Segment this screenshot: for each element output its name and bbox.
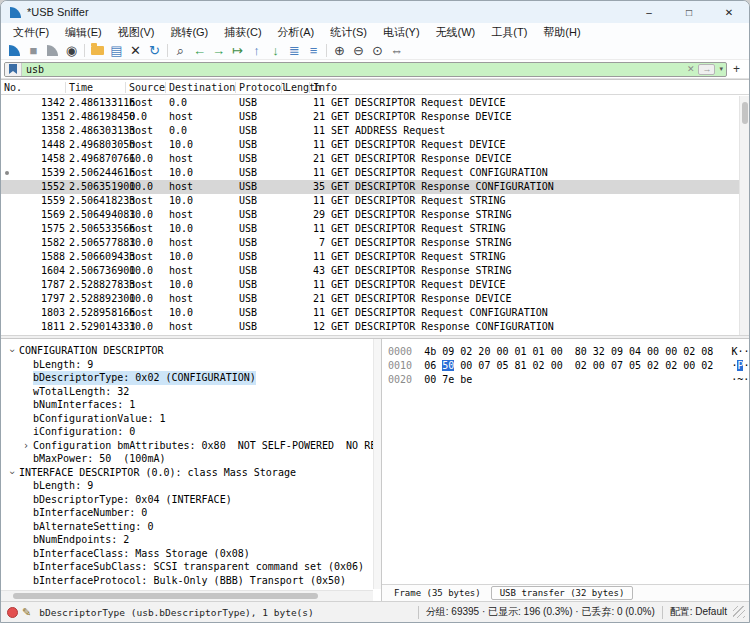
packet-row[interactable]: 15522.50635190010.0hostUSB35GET DESCRIPT… xyxy=(1,180,739,194)
packet-row[interactable]: 14582.49687076610.0hostUSB21GET DESCRIPT… xyxy=(1,152,739,166)
byte-view-tab-inactive[interactable]: USB transfer (32 bytes) xyxy=(491,586,634,600)
tree-row[interactable]: iConfiguration: 0 xyxy=(1,425,381,439)
chevron-expanded-icon[interactable]: › xyxy=(5,465,19,479)
capture-options-icon[interactable] xyxy=(43,42,62,59)
tree-row[interactable]: bInterfaceProtocol: Bulk-Only (BBB) Tran… xyxy=(1,574,381,588)
tree-row[interactable]: bInterfaceClass: Mass Storage (0x08) xyxy=(1,547,381,561)
save-capture-file-icon[interactable]: ▤ xyxy=(107,42,126,59)
colorize-packets-icon[interactable]: ≡ xyxy=(304,42,323,59)
column-header-time[interactable]: Time xyxy=(69,80,93,95)
menu-item[interactable]: 文件(F) xyxy=(5,23,57,41)
filter-add-button[interactable]: + xyxy=(727,62,746,76)
menu-item[interactable]: 电话(Y) xyxy=(375,23,428,41)
tree-row[interactable]: bAlternateSetting: 0 xyxy=(1,520,381,534)
tree-row[interactable]: bNumEndpoints: 2 xyxy=(1,533,381,547)
menu-item[interactable]: 跳转(G) xyxy=(162,23,216,41)
column-header-source[interactable]: Source xyxy=(129,80,165,95)
column-header-no[interactable]: No. xyxy=(4,80,22,95)
auto-scroll-icon[interactable]: ≣ xyxy=(285,42,304,59)
zoom-out-icon[interactable]: ⊖ xyxy=(349,42,368,59)
tree-row[interactable]: bDescriptorType: 0x02 (CONFIGURATION) xyxy=(1,371,381,385)
hex-row[interactable]: 0020 00 7e be ·~· xyxy=(388,373,749,387)
detail-vertical-scrollbar[interactable] xyxy=(373,339,381,589)
tree-row[interactable]: bInterfaceSubClass: SCSI transparent com… xyxy=(1,560,381,574)
tree-row[interactable]: ›CONFIGURATION DESCRIPTOR xyxy=(1,344,381,358)
go-forward-icon[interactable]: → xyxy=(209,42,228,59)
hex-row[interactable]: 0010 06 50 00 07 05 81 02 00 02 00 07 05… xyxy=(388,359,749,373)
go-to-packet-icon[interactable]: ↦ xyxy=(228,42,247,59)
filter-apply-icon[interactable]: → xyxy=(698,64,715,75)
filter-clear-icon[interactable]: ✕ xyxy=(684,63,698,76)
profile-text[interactable]: 配置: Default xyxy=(670,605,727,619)
resize-grip[interactable] xyxy=(733,606,745,618)
filter-bookmark-button[interactable] xyxy=(5,63,22,76)
byte-view-tab-active[interactable]: Frame (35 bytes) xyxy=(386,587,489,599)
start-capture-icon[interactable] xyxy=(5,42,24,59)
menu-item[interactable]: 无线(W) xyxy=(428,23,484,41)
packet-row[interactable]: 14482.496803050host10.0USB11GET DESCRIPT… xyxy=(1,138,739,152)
filter-input[interactable]: usb xyxy=(22,64,684,75)
tree-row[interactable]: ›Configuration bmAttributes: 0x80 NOT SE… xyxy=(1,439,381,453)
menu-item[interactable]: 统计(S) xyxy=(322,23,375,41)
go-to-first-packet-icon[interactable]: ↑ xyxy=(247,42,266,59)
column-header-destination[interactable]: Destination xyxy=(169,80,235,95)
packet-row[interactable]: 13582.486303133host0.0USB11SET ADDRESS R… xyxy=(1,124,739,138)
menu-item[interactable]: 编辑(E) xyxy=(57,23,110,41)
capture-comment-icon[interactable]: ✎ xyxy=(22,606,31,619)
column-separator[interactable] xyxy=(125,82,126,93)
menu-item[interactable]: 工具(T) xyxy=(483,23,535,41)
tree-row[interactable]: bInterfaceNumber: 0 xyxy=(1,506,381,520)
column-separator[interactable] xyxy=(281,82,282,93)
packet-list-vertical-scrollbar[interactable] xyxy=(739,96,749,335)
menu-item[interactable]: 捕获(C) xyxy=(216,23,269,41)
detail-hscroll-thumb[interactable] xyxy=(13,593,318,599)
packet-row[interactable]: 15752.506533566host10.0USB11GET DESCRIPT… xyxy=(1,222,739,236)
column-separator[interactable] xyxy=(165,82,166,93)
find-packet-icon[interactable]: ⌕ xyxy=(171,42,190,59)
tree-row[interactable]: ›INTERFACE DESCRIPTOR (0.0): class Mass … xyxy=(1,466,381,480)
close-button[interactable]: ✕ xyxy=(709,1,749,23)
minimize-button[interactable]: – xyxy=(629,1,669,23)
menu-item[interactable]: 分析(A) xyxy=(270,23,323,41)
packet-row[interactable]: 15392.506244616host10.0USB11GET DESCRIPT… xyxy=(1,166,739,180)
zoom-in-icon[interactable]: ⊕ xyxy=(330,42,349,59)
tree-row[interactable]: bLength: 9 xyxy=(1,358,381,372)
column-header-protocol[interactable]: Protocol xyxy=(239,80,287,95)
tree-row[interactable]: bNumInterfaces: 1 xyxy=(1,398,381,412)
tree-row[interactable]: bLength: 9 xyxy=(1,479,381,493)
menu-item[interactable]: 帮助(H) xyxy=(535,23,588,41)
packet-row[interactable]: 15822.50657788310.0hostUSB7GET DESCRIPTO… xyxy=(1,236,739,250)
packet-row[interactable]: 18112.52901433310.0hostUSB12GET DESCRIPT… xyxy=(1,320,739,334)
reload-file-icon[interactable]: ↻ xyxy=(145,42,164,59)
packet-row[interactable]: 17972.52889230010.0hostUSB21GET DESCRIPT… xyxy=(1,292,739,306)
menu-item[interactable]: 视图(V) xyxy=(110,23,163,41)
packet-row[interactable]: 15692.50649408310.0hostUSB29GET DESCRIPT… xyxy=(1,208,739,222)
packet-row[interactable]: 18032.528958166host10.0USB11GET DESCRIPT… xyxy=(1,306,739,320)
detail-horizontal-scrollbar[interactable] xyxy=(1,590,373,601)
go-to-last-packet-icon[interactable]: ↓ xyxy=(266,42,285,59)
packet-row[interactable]: 13422.486133116host0.0USB11GET DESCRIPTO… xyxy=(1,96,739,110)
display-filter-field[interactable]: usb ✕ → ▾ xyxy=(4,62,727,77)
go-back-icon[interactable]: ← xyxy=(190,42,209,59)
column-separator[interactable] xyxy=(235,82,236,93)
filter-dropdown-icon[interactable]: ▾ xyxy=(716,65,726,73)
chevron-collapsed-icon[interactable]: › xyxy=(19,439,33,453)
packet-row[interactable]: 16042.50673690010.0hostUSB43GET DESCRIPT… xyxy=(1,264,739,278)
stop-capture-icon[interactable]: ■ xyxy=(24,42,43,59)
restart-capture-icon[interactable]: ◉ xyxy=(62,42,81,59)
column-separator[interactable] xyxy=(309,82,310,93)
packet-row[interactable]: 15592.506418233host10.0USB11GET DESCRIPT… xyxy=(1,194,739,208)
resize-columns-icon[interactable]: ⇔ xyxy=(387,42,406,59)
close-capture-file-icon[interactable]: ✕ xyxy=(126,42,145,59)
packet-row[interactable]: 17872.528827833host10.0USB11GET DESCRIPT… xyxy=(1,278,739,292)
tree-row[interactable]: bMaxPower: 50 (100mA) xyxy=(1,452,381,466)
tree-row[interactable]: bConfigurationValue: 1 xyxy=(1,412,381,426)
zoom-reset-icon[interactable]: ⊙ xyxy=(368,42,387,59)
packet-row[interactable]: 15882.506609433host10.0USB11GET DESCRIPT… xyxy=(1,250,739,264)
tree-row[interactable]: bDescriptorType: 0x04 (INTERFACE) xyxy=(1,493,381,507)
column-separator[interactable] xyxy=(65,82,66,93)
open-capture-file-icon[interactable] xyxy=(88,42,107,59)
expert-info-icon[interactable] xyxy=(7,607,18,618)
packet-list-scroll-thumb[interactable] xyxy=(742,102,748,124)
chevron-expanded-icon[interactable]: › xyxy=(5,344,19,358)
